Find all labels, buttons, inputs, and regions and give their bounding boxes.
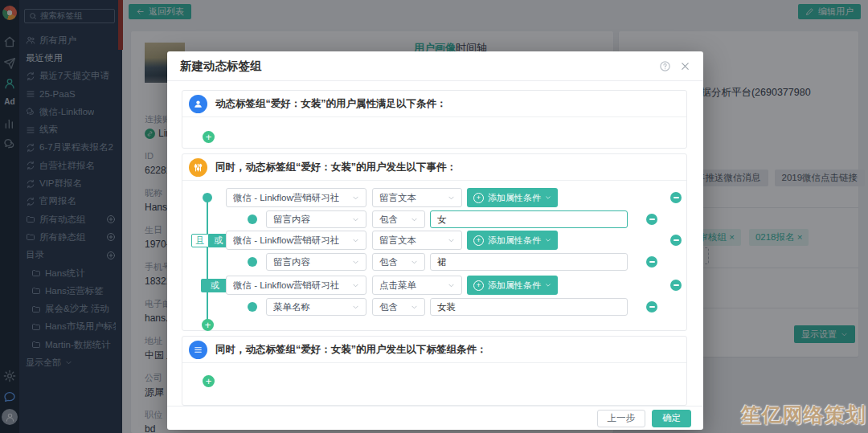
chevron-down-icon: [352, 194, 359, 202]
add-taggroup-condition-button[interactable]: [203, 375, 215, 387]
chevron-down-icon: [352, 282, 359, 289]
operator-select[interactable]: 包含: [372, 210, 425, 228]
source-select[interactable]: 微信 - Linkflow营销研习社: [226, 276, 366, 295]
or-badge[interactable]: 或: [201, 279, 229, 292]
chevron-down-icon: [448, 237, 455, 244]
modal-title: 新建动态标签组: [180, 59, 262, 74]
plus-circle-icon: [473, 235, 484, 246]
chevron-down-icon: [411, 259, 418, 266]
source-select[interactable]: 微信 - Linkflow营销研习社: [226, 231, 366, 250]
event-rows: 微信 - Linkflow营销研习社留言文本添加属性条件留言内容包含且或微信 -…: [182, 180, 686, 330]
help-icon[interactable]: [659, 60, 671, 72]
chevron-down-icon: [448, 194, 455, 202]
add-attribute-condition-button[interactable]: [203, 131, 215, 143]
remove-property-button[interactable]: [646, 214, 657, 225]
modal-header: 新建动态标签组: [167, 51, 703, 81]
operator-select[interactable]: 包含: [372, 298, 425, 316]
close-icon[interactable]: [680, 61, 690, 71]
tag-group-list-icon: [189, 341, 207, 359]
confirm-button[interactable]: 确定: [652, 410, 691, 427]
section-header: 同时，动态标签组“爱好：女装”的用户发生以下事件：: [182, 154, 686, 181]
connector-dot: [248, 302, 257, 312]
property-field-select[interactable]: 菜单名称: [266, 298, 366, 316]
plus-circle-icon: [473, 193, 484, 203]
chevron-down-icon: [411, 216, 418, 223]
event-type-select[interactable]: 留言文本: [372, 231, 462, 250]
property-row: 留言内容包含: [182, 210, 686, 228]
section-header: 同时，动态标签组“爱好：女装”的用户发生以下标签组条件：: [182, 337, 686, 363]
remove-property-button[interactable]: [646, 256, 657, 268]
event-row: 或微信 - Linkflow营销研习社点击菜单添加属性条件: [182, 276, 686, 295]
add-event-button[interactable]: [202, 319, 214, 331]
source-select[interactable]: 微信 - Linkflow营销研习社: [226, 188, 366, 207]
section-header: 动态标签组“爱好：女装”的用户属性满足以下条件：: [182, 91, 686, 117]
event-type-select[interactable]: 点击菜单: [372, 276, 462, 295]
chevron-down-icon: [352, 259, 359, 266]
chevron-down-icon: [545, 194, 551, 201]
chevron-down-icon: [352, 216, 359, 223]
property-value-input[interactable]: [430, 298, 628, 316]
and-option[interactable]: 且: [191, 234, 209, 247]
add-property-condition-button[interactable]: 添加属性条件: [467, 276, 558, 295]
chevron-down-icon: [545, 237, 551, 243]
new-dynamic-tag-group-modal: 新建动态标签组 动态标签组“爱好：女装”的用户属性满足以下条件： 同时，动态标签…: [167, 51, 703, 430]
user-event-section: 同时，动态标签组“爱好：女装”的用户发生以下事件： 微信 - Linkflow营…: [182, 153, 687, 331]
remove-event-button[interactable]: [670, 280, 682, 291]
watermark: 笙亿网络策划: [741, 402, 866, 428]
user-attribute-icon: [189, 95, 207, 113]
remove-property-button[interactable]: [646, 301, 657, 312]
add-property-condition-button[interactable]: 添加属性条件: [467, 231, 558, 250]
property-field-select[interactable]: 留言内容: [266, 253, 366, 271]
user-attribute-section: 动态标签组“爱好：女装”的用户属性满足以下条件：: [182, 90, 687, 149]
chevron-down-icon: [545, 282, 551, 288]
event-row: 且或微信 - Linkflow营销研习社留言文本添加属性条件: [182, 231, 686, 250]
property-row: 留言内容包含: [182, 253, 686, 271]
remove-event-button[interactable]: [670, 235, 682, 246]
property-value-input[interactable]: [430, 210, 628, 228]
tag-group-condition-section: 同时，动态标签组“爱好：女装”的用户发生以下标签组条件：: [182, 336, 687, 406]
property-row: 菜单名称包含: [182, 298, 686, 316]
connector-dot: [248, 257, 257, 267]
add-property-condition-button[interactable]: 添加属性条件: [467, 188, 558, 207]
connector-dot: [248, 214, 257, 224]
app-root: Ad 搜索标签组 所有用户最近使用最近7天提交申请25-PaaS微信-Linkf…: [0, 0, 868, 433]
connector-dot: [203, 193, 212, 202]
chevron-down-icon: [352, 304, 359, 311]
operator-select[interactable]: 包含: [372, 253, 425, 271]
event-filter-icon: [189, 158, 207, 177]
property-value-input[interactable]: [430, 253, 628, 271]
chevron-down-icon: [352, 237, 359, 244]
event-type-select[interactable]: 留言文本: [372, 188, 462, 207]
chevron-down-icon: [448, 282, 455, 289]
chevron-down-icon: [411, 304, 418, 311]
modal-footer: 上一步 确定: [167, 406, 703, 430]
previous-step-button[interactable]: 上一步: [597, 410, 646, 427]
and-or-toggle[interactable]: 且或: [191, 234, 228, 247]
property-field-select[interactable]: 留言内容: [266, 210, 366, 228]
event-row: 微信 - Linkflow营销研习社留言文本添加属性条件: [182, 188, 686, 207]
plus-circle-icon: [473, 280, 484, 291]
remove-event-button[interactable]: [670, 192, 682, 203]
